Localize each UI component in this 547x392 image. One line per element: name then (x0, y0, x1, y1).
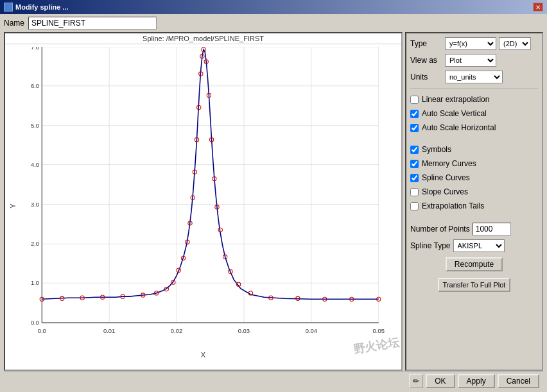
slope-curves-checkbox[interactable] (410, 188, 419, 196)
slope-curves-label[interactable]: Slope Curves (422, 187, 468, 196)
svg-text:0.05: 0.05 (373, 327, 385, 334)
units-row: Units no_units (410, 71, 538, 83)
type-label: Type (410, 39, 442, 48)
plot-title: Spline: /MPRO_model/SPLINE_FIRST (5, 33, 401, 44)
name-input[interactable] (28, 17, 157, 30)
symbols-label[interactable]: Symbols (422, 145, 451, 154)
svg-text:5.0: 5.0 (31, 122, 39, 129)
viewas-label: View as (410, 56, 442, 65)
app-icon (4, 3, 13, 12)
spacer-1 (410, 137, 538, 141)
svg-text:0.0: 0.0 (31, 319, 39, 326)
memory-curves-checkbox[interactable] (410, 160, 419, 168)
spacer-2 (410, 215, 538, 219)
linear-extrapolation-checkbox[interactable] (410, 96, 419, 104)
right-panel: Type y=f(x) (2D) View as Plot Units n (405, 32, 543, 371)
auto-scale-vertical-row: Auto Scale Vertical (410, 108, 538, 119)
plot-svg: 0.0 0.01 0.02 0.03 0.04 0.05 0.0 1.0 2.0… (24, 47, 396, 350)
svg-text:6.0: 6.0 (31, 82, 39, 89)
svg-text:0.04: 0.04 (306, 327, 317, 334)
viewas-row: View as Plot (410, 54, 538, 67)
spline-type-select[interactable]: AKISPL (453, 239, 505, 252)
auto-scale-vertical-checkbox[interactable] (410, 110, 419, 118)
extrapolation-tails-row: Extrapolation Tails (410, 201, 538, 211)
auto-scale-vertical-label[interactable]: Auto Scale Vertical (422, 109, 487, 118)
extrapolation-tails-label[interactable]: Extrapolation Tails (422, 201, 484, 210)
apply-button[interactable]: Apply (458, 374, 495, 388)
type-dim-select[interactable]: (2D) (499, 37, 531, 50)
svg-text:2.0: 2.0 (31, 240, 39, 247)
bottom-bar: ✏ OK Apply Cancel (4, 371, 543, 389)
ok-button[interactable]: OK (426, 374, 455, 388)
svg-text:0.01: 0.01 (103, 327, 115, 334)
slope-curves-row: Slope Curves (410, 187, 538, 197)
auto-scale-horizontal-label[interactable]: Auto Scale Horizontal (422, 123, 496, 132)
main-content: Name Spline: /MPRO_model/SPLINE_FIRST Y … (0, 14, 547, 392)
title-bar-left: Modify spline ... (4, 3, 69, 12)
plot-inner: Y X (5, 44, 401, 368)
auto-scale-horizontal-row: Auto Scale Horizontal (410, 123, 538, 133)
type-select[interactable]: y=f(x) (445, 37, 496, 50)
viewas-select[interactable]: Plot (445, 54, 496, 67)
transfer-row: Transfer To Full Plot (410, 278, 538, 292)
auto-scale-horizontal-checkbox[interactable] (410, 124, 419, 132)
svg-text:3.0: 3.0 (31, 201, 39, 208)
num-points-row: Number of Points (410, 223, 538, 235)
svg-text:7.0: 7.0 (31, 47, 39, 51)
spline-curves-checkbox[interactable] (410, 174, 419, 182)
units-label: Units (410, 72, 442, 81)
body-row: Spline: /MPRO_model/SPLINE_FIRST Y X (4, 32, 543, 371)
num-points-input[interactable] (473, 223, 511, 235)
linear-extrapolation-label[interactable]: Linear extrapolation (422, 95, 489, 104)
close-button[interactable]: ✕ (533, 3, 543, 12)
extrapolation-tails-checkbox[interactable] (410, 202, 419, 210)
svg-text:0.03: 0.03 (238, 327, 250, 334)
symbols-checkbox[interactable] (410, 146, 419, 154)
cancel-button[interactable]: Cancel (498, 374, 539, 388)
spline-curves-label[interactable]: Spline Curves (422, 173, 470, 182)
num-points-label: Number of Points (410, 225, 470, 234)
name-row: Name (4, 17, 543, 30)
svg-text:0.02: 0.02 (171, 327, 182, 334)
spline-curves-row: Spline Curves (410, 173, 538, 183)
spline-type-row: Spline Type AKISPL (410, 239, 538, 252)
units-select[interactable]: no_units (445, 71, 503, 83)
symbols-row: Symbols (410, 144, 538, 155)
transfer-button[interactable]: Transfer To Full Plot (438, 278, 511, 292)
svg-text:4.0: 4.0 (31, 161, 39, 168)
memory-curves-label[interactable]: Memory Curves (422, 159, 476, 168)
window-title: Modify spline ... (15, 3, 69, 11)
svg-text:1.0: 1.0 (31, 279, 39, 286)
recompute-button[interactable]: Recompute (446, 257, 503, 271)
plot-area: Spline: /MPRO_model/SPLINE_FIRST Y X (4, 32, 403, 371)
title-bar: Modify spline ... ✕ (0, 0, 547, 14)
x-axis-label: X (201, 351, 205, 359)
recompute-row: Recompute (410, 257, 538, 271)
linear-extrapolation-row: Linear extrapolation (410, 94, 538, 105)
divider-1 (410, 89, 538, 89)
y-axis-label: Y (9, 203, 17, 208)
edit-icon[interactable]: ✏ (409, 374, 423, 388)
svg-text:0.0: 0.0 (38, 327, 46, 334)
plot-svg-container: 0.0 0.01 0.02 0.03 0.04 0.05 0.0 1.0 2.0… (24, 47, 396, 350)
spline-type-label: Spline Type (410, 241, 451, 250)
name-label: Name (4, 19, 24, 28)
memory-curves-row: Memory Curves (410, 158, 538, 169)
type-row: Type y=f(x) (2D) (410, 37, 538, 50)
